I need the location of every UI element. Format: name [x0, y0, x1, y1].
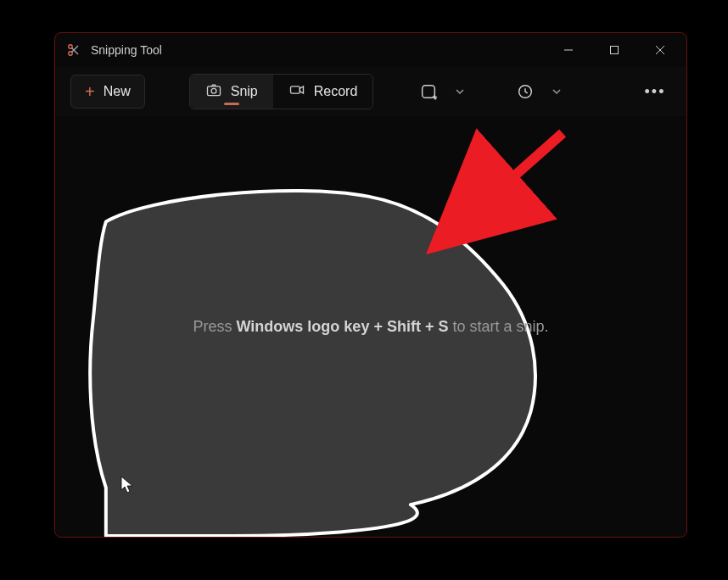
delay-dropdown[interactable] — [546, 75, 567, 108]
maximize-button[interactable] — [591, 33, 637, 67]
new-button-label: New — [104, 84, 131, 99]
snip-tab-label: Snip — [231, 84, 258, 99]
snip-mode-dropdown[interactable] — [450, 75, 470, 108]
more-icon: ••• — [645, 83, 666, 101]
title-bar: Snipping Tool — [55, 33, 686, 67]
svg-point-9 — [211, 88, 216, 93]
close-button[interactable] — [637, 33, 683, 67]
svg-rect-10 — [290, 86, 300, 93]
svg-rect-5 — [611, 47, 619, 54]
start-snip-hint: Press Windows logo key + Shift + S to st… — [193, 318, 549, 336]
toolbar: + New Snip — [55, 67, 686, 116]
window-controls — [546, 33, 683, 67]
window-title: Snipping Tool — [91, 43, 546, 57]
minimize-button[interactable] — [546, 33, 591, 67]
content-area: Press Windows logo key + Shift + S to st… — [55, 116, 686, 537]
hint-shortcut: Windows logo key + Shift + S — [237, 318, 449, 335]
plus-icon: + — [85, 83, 95, 100]
video-icon — [288, 81, 305, 102]
snip-tab[interactable]: Snip — [190, 75, 273, 109]
snipping-tool-window: Snipping Tool + New — [54, 32, 687, 538]
camera-icon — [205, 81, 222, 102]
svg-rect-11 — [423, 86, 435, 98]
svg-rect-8 — [207, 86, 220, 96]
more-button[interactable]: ••• — [639, 75, 671, 108]
snipping-tool-app-icon — [65, 42, 81, 58]
hint-suffix: to start a snip. — [448, 318, 548, 335]
mode-toggle-group: Snip Record — [189, 74, 374, 109]
record-tab[interactable]: Record — [273, 75, 373, 109]
new-button[interactable]: + New — [70, 75, 145, 109]
delay-button[interactable] — [509, 75, 541, 108]
snip-mode-button[interactable] — [412, 75, 445, 108]
record-tab-label: Record — [314, 84, 358, 99]
hint-prefix: Press — [193, 318, 237, 335]
